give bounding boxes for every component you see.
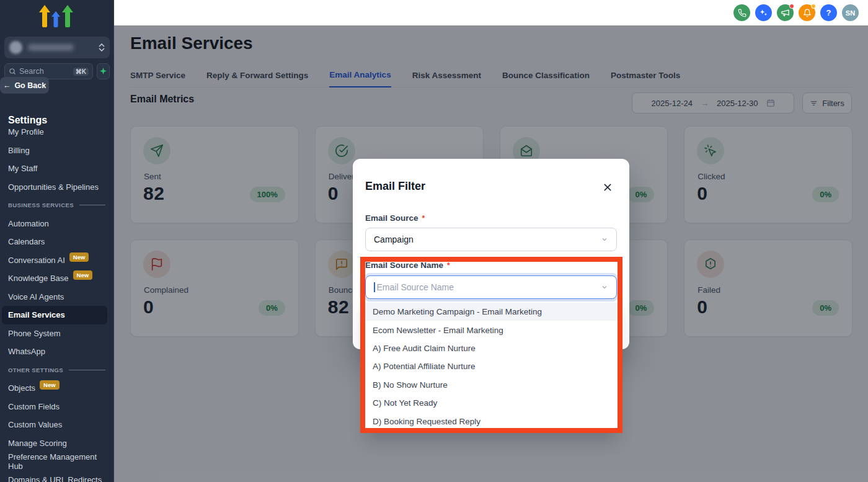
topbar: ?SN [114,0,868,25]
sidebar-item-conversation-ai[interactable]: Conversation AINew [0,251,113,270]
sidebar-item-custom-values[interactable]: Custom Values [0,416,113,434]
email-source-value: Campaign [374,234,414,244]
sidebar-item-automation[interactable]: Automation [0,215,113,233]
quick-actions-button[interactable] [97,63,110,79]
gohighlevel-logo-icon [38,4,76,29]
chevron-down-icon [601,236,608,243]
sidebar-item-knowledge-base[interactable]: Knowledge BaseNew [0,269,113,288]
search-placeholder: Search [19,67,44,76]
close-icon[interactable] [603,182,614,194]
account-name-blurred [28,44,74,51]
bell-icon[interactable] [799,4,815,21]
phone-icon[interactable] [733,4,750,21]
annotation-highlight-box [360,257,622,433]
sidebar-item-email-services[interactable]: Email Services [2,306,107,324]
sidebar-item-my-staff[interactable]: My Staff [0,159,113,178]
sidebar-item-phone-system[interactable]: Phone System [0,324,113,343]
account-avatar [9,41,22,54]
new-badge: New [73,270,93,280]
notification-dot [789,4,794,9]
go-back-button[interactable]: ← Go Back [0,77,49,94]
sidebar-item-whatsapp[interactable]: WhatsApp [0,342,113,361]
help-icon[interactable]: ? [820,4,837,21]
ai-sparkles-icon[interactable] [755,4,772,21]
nav-section-other-settings: OTHER SETTINGS [0,361,113,380]
settings-nav: My ProfileBillingMy StaffOpportunities &… [0,127,113,482]
sidebar-item-opportunities-pipelines[interactable]: Opportunities & Pipelines [0,178,113,197]
email-source-select[interactable]: Campaign [365,228,617,251]
megaphone-icon[interactable] [777,4,794,21]
modal-title: Email Filter [365,180,425,193]
avatar[interactable]: SN [842,4,859,21]
sidebar-item-domains-url-redirects[interactable]: Domains & URL Redirects [0,471,113,482]
account-switcher[interactable] [4,37,110,58]
chevron-up-down-icon [99,43,105,51]
arrow-left-icon: ← [3,81,11,90]
sidebar-item-custom-fields[interactable]: Custom Fields [0,398,113,416]
sidebar: Search ⌘K ← Go Back Settings My ProfileB… [0,0,114,482]
settings-heading: Settings [8,115,47,126]
new-badge: New [40,380,60,390]
search-icon [9,68,16,75]
notification-dot [811,4,816,9]
new-badge: New [69,252,89,262]
sidebar-item-calendars[interactable]: Calendars [0,233,113,251]
email-source-label: Email Source* [365,213,425,223]
sparkle-icon [100,68,107,76]
sidebar-item-billing[interactable]: Billing [0,141,113,160]
nav-section-business-services: BUSINESS SERVICES [0,196,113,215]
sidebar-item-my-profile[interactable]: My Profile [0,127,113,141]
sidebar-item-objects[interactable]: ObjectsNew [0,379,113,398]
search-shortcut-badge: ⌘K [73,68,89,76]
sidebar-item-manage-scoring[interactable]: Manage Scoring [0,434,113,453]
sidebar-item-preference-management-hub[interactable]: Preference Management Hub [0,452,113,471]
sidebar-item-voice-ai-agents[interactable]: Voice AI Agents [0,288,113,306]
